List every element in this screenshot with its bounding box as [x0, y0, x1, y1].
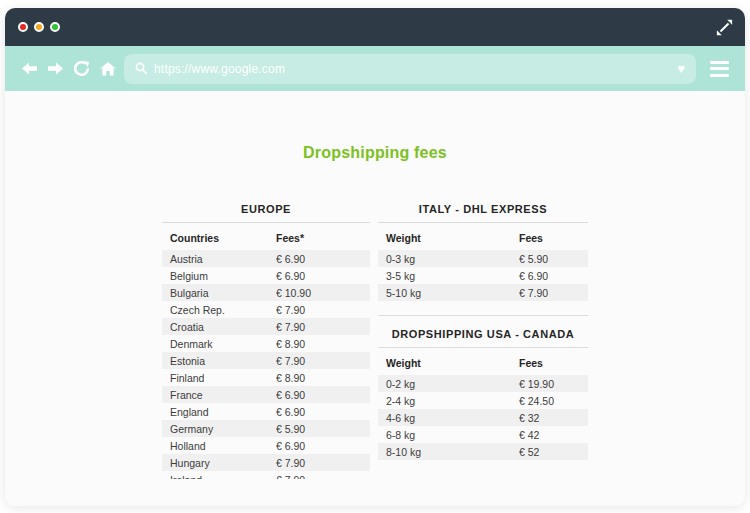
europe-table: EUROPE Countries Fees* Austria € 6.90 — [162, 203, 370, 479]
table-row: Bulgaria € 10.90 — [162, 284, 370, 301]
weight-cell: 6-8 kg — [386, 429, 519, 441]
table-row: Estonia € 7.90 — [162, 352, 370, 369]
fee-cell: € 7.90 — [276, 321, 362, 333]
column-right: ITALY - DHL EXPRESS Weight Fees 0-3 kg €… — [378, 203, 588, 460]
browser-toolbar: https://www.google.com ♥ — [5, 46, 745, 91]
column-header: Fees — [519, 357, 580, 370]
country-cell: Hungary — [170, 457, 276, 469]
minimize-button[interactable] — [34, 22, 44, 32]
table-row: 8-10 kg € 52 — [378, 443, 588, 460]
fee-cell: € 42 — [519, 429, 580, 441]
fee-cell: € 7.90 — [276, 457, 362, 469]
country-cell: Bulgaria — [170, 287, 276, 299]
table-row: Ireland € 7.90 — [162, 471, 370, 479]
window-titlebar — [5, 8, 745, 46]
table-header-row: Countries Fees* — [162, 223, 370, 250]
table-row: 4-6 kg € 32 — [378, 409, 588, 426]
table-title: DROPSHIPPING USA - CANADA — [378, 328, 588, 348]
table-row: England € 6.90 — [162, 403, 370, 420]
table-row: Croatia € 7.90 — [162, 318, 370, 335]
country-cell: Belgium — [170, 270, 276, 282]
fee-cell: € 6.90 — [519, 270, 580, 282]
forward-arrow-icon — [48, 62, 63, 75]
country-cell: Finland — [170, 372, 276, 384]
column-header: Weight — [386, 232, 519, 245]
expand-icon[interactable] — [716, 19, 733, 36]
fee-cell: € 5.90 — [519, 253, 580, 265]
table-row: Germany € 5.90 — [162, 420, 370, 437]
fee-cell: € 7.90 — [519, 287, 580, 299]
fee-cell: € 7.90 — [276, 304, 362, 316]
table-row: 0-2 kg € 19.90 — [378, 375, 588, 392]
country-cell: Denmark — [170, 338, 276, 350]
column-header: Fees* — [276, 232, 362, 245]
country-cell: Holland — [170, 440, 276, 452]
country-cell: Ireland — [170, 474, 276, 480]
country-cell: England — [170, 406, 276, 418]
fee-cell: € 6.90 — [276, 440, 362, 452]
table-row: Holland € 6.90 — [162, 437, 370, 454]
table-header-row: Weight Fees — [378, 223, 588, 250]
country-cell: Czech Rep. — [170, 304, 276, 316]
fee-cell: € 32 — [519, 412, 580, 424]
page-title: Dropshipping fees — [5, 91, 745, 163]
column-header: Countries — [170, 232, 276, 245]
table-row: 3-5 kg € 6.90 — [378, 267, 588, 284]
tables-container: EUROPE Countries Fees* Austria € 6.90 — [162, 203, 588, 479]
column-header: Fees — [519, 232, 580, 245]
fee-cell: € 19.90 — [519, 378, 580, 390]
table-row: Czech Rep. € 7.90 — [162, 301, 370, 318]
table-row: France € 6.90 — [162, 386, 370, 403]
refresh-icon — [74, 61, 89, 76]
fee-cell: € 52 — [519, 446, 580, 458]
fee-cell: € 6.90 — [276, 406, 362, 418]
column-header: Weight — [386, 357, 519, 370]
weight-cell: 3-5 kg — [386, 270, 519, 282]
maximize-button[interactable] — [50, 22, 60, 32]
fee-cell: € 7.90 — [276, 474, 362, 480]
menu-icon[interactable] — [710, 61, 729, 77]
table-row: 5-10 kg € 7.90 — [378, 284, 588, 301]
table-title: ITALY - DHL EXPRESS — [378, 203, 588, 223]
table-row: 2-4 kg € 24.50 — [378, 392, 588, 409]
table-row: Hungary € 7.90 — [162, 454, 370, 471]
table-row: Denmark € 8.90 — [162, 335, 370, 352]
weight-cell: 4-6 kg — [386, 412, 519, 424]
home-button[interactable] — [100, 62, 116, 76]
refresh-button[interactable] — [74, 61, 89, 76]
table-body: 0-3 kg € 5.90 3-5 kg € 6.90 5-10 kg — [378, 250, 588, 301]
fee-cell: € 6.90 — [276, 270, 362, 282]
weight-cell: 0-3 kg — [386, 253, 519, 265]
url-text[interactable]: https://www.google.com — [154, 62, 285, 76]
weight-cell: 0-2 kg — [386, 378, 519, 390]
fee-cell: € 10.90 — [276, 287, 362, 299]
weight-cell: 2-4 kg — [386, 395, 519, 407]
country-cell: France — [170, 389, 276, 401]
browser-window: https://www.google.com ♥ Dropshipping fe… — [5, 8, 745, 506]
table-row: Belgium € 6.90 — [162, 267, 370, 284]
fee-cell: € 6.90 — [276, 389, 362, 401]
weight-cell: 8-10 kg — [386, 446, 519, 458]
traffic-lights — [18, 22, 60, 32]
fee-cell: € 8.90 — [276, 372, 362, 384]
search-icon — [135, 62, 148, 75]
country-cell: Estonia — [170, 355, 276, 367]
table-body: Austria € 6.90 Belgium € 6.90 Bulgaria — [162, 250, 370, 479]
forward-button[interactable] — [48, 62, 63, 75]
close-button[interactable] — [18, 22, 28, 32]
country-cell: Germany — [170, 423, 276, 435]
table-row: Austria € 6.90 — [162, 250, 370, 267]
url-bar[interactable]: https://www.google.com ♥ — [124, 54, 696, 84]
home-icon — [100, 62, 116, 76]
fee-cell: € 6.90 — [276, 253, 362, 265]
table-row: Finland € 8.90 — [162, 369, 370, 386]
back-button[interactable] — [22, 62, 37, 75]
table-title: EUROPE — [162, 203, 370, 223]
column-left: EUROPE Countries Fees* Austria € 6.90 — [162, 203, 370, 479]
favorite-heart-icon[interactable]: ♥ — [677, 62, 685, 75]
italy-dhl-table: ITALY - DHL EXPRESS Weight Fees 0-3 kg €… — [378, 203, 588, 301]
table-row: 0-3 kg € 5.90 — [378, 250, 588, 267]
back-arrow-icon — [22, 62, 37, 75]
fee-cell: € 7.90 — [276, 355, 362, 367]
country-cell: Austria — [170, 253, 276, 265]
